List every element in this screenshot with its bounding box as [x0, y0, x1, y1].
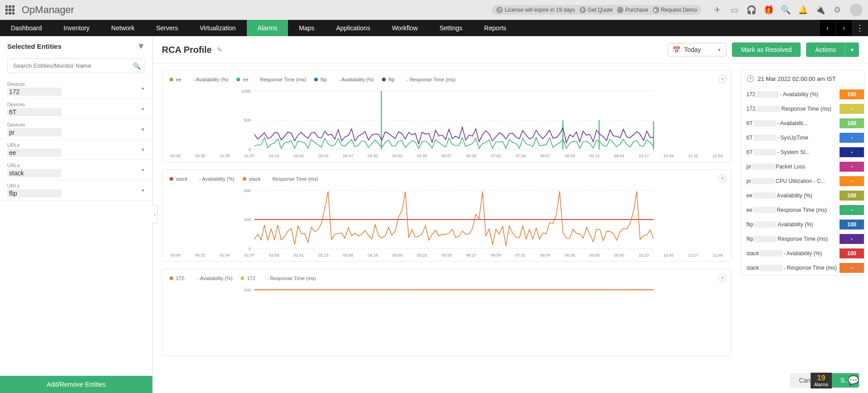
nav-alarms[interactable]: Alarms: [247, 20, 288, 36]
legend-item: 172- Response Time (ms): [241, 276, 316, 281]
nav-servers[interactable]: Servers: [145, 20, 189, 36]
metric-row: stack- Response Time (ms)-: [741, 261, 864, 275]
svg-text:200: 200: [244, 188, 251, 193]
entity-search-input[interactable]: [7, 58, 145, 73]
metric-row: flipResponse Time (ms)-: [741, 232, 864, 246]
chevron-down-icon: ▼: [141, 147, 145, 152]
chat-icon[interactable]: 💬: [848, 375, 859, 386]
demo-icon: ▶: [653, 7, 659, 13]
chevron-down-icon: ▼: [141, 168, 145, 173]
nav-prev-icon[interactable]: ‹: [819, 20, 835, 36]
chevron-down-icon: ▼: [141, 188, 145, 193]
entity-item[interactable]: Devicespr▼: [0, 119, 152, 140]
request-demo-link[interactable]: ▶Request Demo: [653, 7, 697, 13]
metric-row: 6T- Availabilit...100: [741, 116, 864, 131]
mark-resolved-button[interactable]: Mark as Resolved: [732, 42, 801, 57]
get-quote-link[interactable]: $Get Quote: [580, 7, 613, 13]
chevron-down-icon: ▼: [717, 47, 722, 52]
metric-row: 172- Availability (%)100: [741, 87, 864, 102]
chart-card: ✕ee- Availability (%)eeResponse Time (ms…: [162, 70, 731, 162]
nav-overflow-icon[interactable]: ⋮: [852, 20, 868, 36]
entity-item[interactable]: URLsee▼: [0, 140, 152, 160]
info-icon: ⏱: [496, 7, 503, 13]
svg-text:1000: 1000: [241, 89, 251, 94]
rocket-icon[interactable]: ✈: [712, 5, 722, 14]
svg-text:0: 0: [249, 246, 251, 251]
alarm-count-badge[interactable]: 19 Alarms: [811, 373, 832, 388]
nav-settings[interactable]: Settings: [429, 20, 473, 36]
edit-title-icon[interactable]: ✎: [217, 46, 222, 53]
chevron-down-icon: ▼: [141, 86, 145, 91]
metric-row: eeAvailability (%)100: [741, 188, 864, 203]
metric-row: 6T- System St...-: [741, 145, 864, 159]
bell-icon[interactable]: 🔔: [798, 5, 807, 14]
add-remove-entities-button[interactable]: Add/Remove Entities: [0, 376, 152, 393]
nav-maps[interactable]: Maps: [288, 20, 325, 36]
calendar-icon: 📅: [673, 46, 680, 53]
chart-card: ✕stack- Availability (%)stackResponse Ti…: [162, 169, 731, 262]
metric-row: prPacket Loss-: [741, 159, 864, 174]
metric-row: prCPU Utilization - C...-: [741, 174, 864, 188]
legend-item: 172.- Availability (%): [170, 276, 232, 281]
entity-item[interactable]: URLsstack▼: [0, 160, 152, 180]
actions-button[interactable]: Actions: [806, 42, 845, 57]
chevron-down-icon: ▼: [141, 107, 145, 112]
date-range-picker[interactable]: 📅 Today ▼: [668, 43, 726, 56]
close-chart-icon[interactable]: ✕: [718, 75, 726, 83]
search-icon[interactable]: 🔍: [133, 62, 141, 70]
svg-text:500: 500: [244, 117, 251, 122]
svg-text:100: 100: [244, 217, 251, 222]
legend-item: eeResponse Time (ms): [236, 77, 306, 82]
nav-workflow[interactable]: Workflow: [381, 20, 429, 36]
svg-text:100: 100: [244, 287, 251, 292]
legend-item: ee- Availability (%): [170, 77, 228, 82]
dollar-icon: $: [580, 7, 586, 13]
close-chart-icon[interactable]: ✕: [718, 274, 726, 282]
actions-dropdown-icon[interactable]: ▼: [845, 42, 859, 57]
filter-icon[interactable]: ▼: [137, 42, 145, 51]
metric-row: flipAvailability (%)100: [741, 217, 864, 232]
presentation-icon[interactable]: ▭: [730, 5, 739, 14]
legend-item: stack- Availability (%): [170, 176, 235, 182]
sidebar-collapse-handle[interactable]: ‹: [152, 206, 158, 224]
legend-item: flip- Response Time (ms): [382, 77, 455, 82]
user-avatar[interactable]: [850, 4, 863, 16]
nav-reports[interactable]: Reports: [473, 20, 517, 36]
nav-virtualization[interactable]: Virtualization: [189, 20, 247, 36]
snapshot-timestamp: 21 Mar 2022 02:00:00 am IST: [758, 75, 836, 82]
metric-row: stack- Availability (%)100: [741, 246, 864, 261]
main-nav: DashboardInventoryNetworkServersVirtuali…: [0, 20, 868, 36]
nav-dashboard[interactable]: Dashboard: [0, 20, 53, 36]
gift-icon[interactable]: 🎁: [764, 5, 773, 14]
page-title: RCA Profile: [162, 45, 212, 55]
entity-item[interactable]: URLsflip▼: [0, 180, 152, 201]
purchase-link[interactable]: 🛒Purchase: [617, 7, 648, 13]
nav-inventory[interactable]: Inventory: [53, 20, 101, 36]
brand-name: OpManager: [22, 4, 74, 16]
legend-item: stackResponse Time (ms): [243, 176, 318, 182]
metric-row: 172.Response Time (ms)-: [741, 102, 864, 116]
sidebar: Selected Entities ▼ 🔍 Devices172▼Devices…: [0, 36, 153, 393]
headset-icon[interactable]: 🎧: [747, 5, 756, 14]
entity-item[interactable]: Devices6T▼: [0, 99, 152, 119]
license-pill-group: ⏱License will expire in 19 days $Get Quo…: [492, 5, 702, 15]
nav-applications[interactable]: Applications: [325, 20, 381, 36]
apps-grid-icon[interactable]: [5, 5, 14, 14]
plug-icon[interactable]: 🔌: [816, 5, 825, 14]
license-expiry[interactable]: ⏱License will expire in 19 days: [496, 7, 575, 13]
nav-next-icon[interactable]: ›: [835, 20, 852, 36]
clock-icon: 🕐: [746, 75, 754, 82]
gear-icon[interactable]: ⚙: [833, 5, 842, 14]
search-icon[interactable]: 🔍: [781, 5, 790, 14]
chevron-down-icon: ▼: [141, 127, 145, 132]
sidebar-title: Selected Entities: [7, 42, 61, 50]
close-chart-icon[interactable]: ✕: [718, 174, 726, 182]
legend-item: flip- Availability (%): [314, 77, 374, 82]
nav-network[interactable]: Network: [100, 20, 145, 36]
svg-text:0: 0: [249, 147, 251, 152]
chart-card: ✕172.- Availability (%)172- Response Tim…: [162, 269, 731, 356]
entity-item[interactable]: Devices172▼: [0, 79, 152, 99]
metric-row: eeResponse Time (ms)-: [741, 203, 864, 217]
cart-icon: 🛒: [617, 7, 623, 13]
metric-row: 6T- SysUpTime-: [741, 131, 864, 145]
